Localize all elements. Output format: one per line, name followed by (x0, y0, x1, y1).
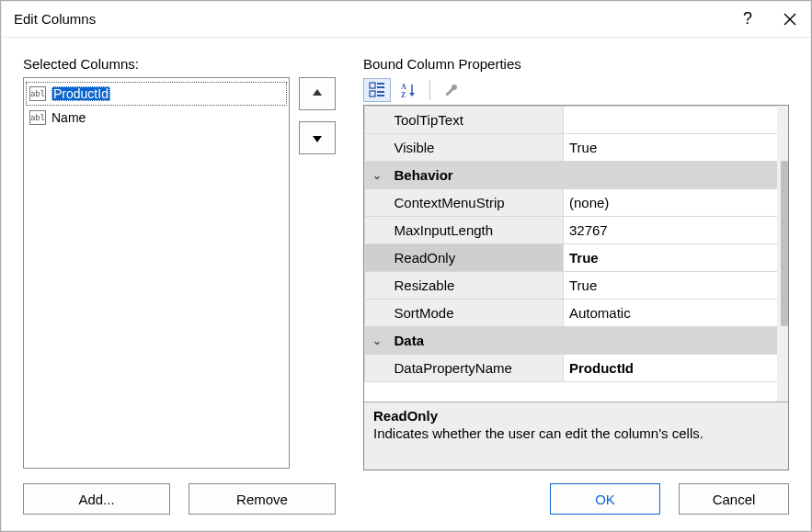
property-grid: ToolTipTextVisibleTrue⌄BehaviorContextMe… (363, 105, 789, 470)
close-icon (783, 13, 796, 26)
property-name: DataPropertyName (389, 355, 564, 382)
property-description-text: Indicates whether the user can edit the … (373, 425, 779, 441)
property-value[interactable]: ProductId (564, 355, 788, 382)
property-description-pane: ReadOnly Indicates whether the user can … (364, 402, 788, 470)
property-value[interactable]: True (564, 134, 788, 162)
wrench-icon (443, 82, 460, 98)
bound-properties-label: Bound Column Properties (363, 56, 789, 72)
cancel-button[interactable]: Cancel (679, 483, 789, 515)
property-category-row[interactable]: ⌄Behavior (365, 162, 788, 189)
svg-text:Z: Z (401, 91, 406, 98)
property-description-title: ReadOnly (373, 408, 779, 424)
textbox-column-icon: abl (29, 86, 46, 101)
remove-button[interactable]: Remove (189, 483, 336, 515)
list-item-label: ProductId (51, 86, 110, 101)
property-name: Visible (389, 134, 564, 162)
svg-rect-6 (377, 86, 384, 88)
edit-columns-dialog: Edit Columns ? Selected Columns: ablProd… (0, 0, 812, 532)
categorized-icon (369, 82, 385, 98)
ok-button[interactable]: OK (550, 483, 660, 515)
selected-columns-label: Selected Columns: (23, 56, 336, 72)
add-button[interactable]: Add... (23, 483, 170, 515)
scrollbar[interactable] (777, 106, 788, 402)
expander-cell[interactable]: ⌄ (365, 162, 389, 189)
svg-marker-13 (409, 93, 415, 96)
expander-cell (365, 134, 389, 162)
move-up-button[interactable] (299, 77, 336, 110)
toolbar-separator (429, 80, 430, 100)
property-value[interactable]: (none) (564, 189, 788, 217)
property-value[interactable]: True (564, 272, 788, 300)
svg-rect-5 (377, 83, 384, 85)
property-row[interactable]: ToolTipText (365, 107, 788, 134)
expander-cell[interactable]: ⌄ (365, 327, 389, 355)
alphabetical-icon: A Z (400, 82, 417, 98)
property-row[interactable]: VisibleTrue (365, 134, 788, 162)
property-pages-button[interactable] (438, 78, 465, 102)
property-name: ContextMenuStrip (389, 189, 564, 217)
dialog-content: Selected Columns: ablProductIdablName Ad… (1, 38, 811, 531)
property-category-row[interactable]: ⌄Data (365, 327, 788, 355)
property-value[interactable]: True (564, 244, 788, 272)
svg-rect-9 (377, 95, 384, 96)
svg-rect-8 (377, 91, 384, 93)
svg-marker-3 (313, 136, 322, 142)
svg-text:A: A (401, 83, 406, 91)
property-name: ReadOnly (389, 244, 564, 272)
list-item-label: Name (51, 110, 86, 125)
property-name: Resizable (389, 272, 564, 300)
window-title: Edit Columns (14, 11, 96, 27)
bound-column-properties-pane: Bound Column Properties A Z (363, 56, 789, 515)
svg-rect-4 (370, 83, 375, 88)
categorized-button[interactable] (363, 78, 391, 102)
list-item[interactable]: ablProductId (26, 82, 287, 106)
property-value[interactable] (564, 107, 788, 134)
property-row[interactable]: MaxInputLength32767 (365, 217, 788, 244)
property-name: MaxInputLength (389, 217, 564, 244)
expander-cell (365, 107, 389, 134)
property-grid-rows[interactable]: ToolTipTextVisibleTrue⌄BehaviorContextMe… (364, 106, 788, 402)
property-row[interactable]: SortModeAutomatic (365, 300, 788, 327)
property-row[interactable]: ContextMenuStrip(none) (365, 189, 788, 217)
arrow-down-icon (311, 131, 324, 144)
svg-marker-2 (313, 89, 322, 96)
expander-cell (365, 300, 389, 327)
svg-rect-7 (370, 91, 375, 96)
expander-cell (365, 189, 389, 217)
property-row[interactable]: ResizableTrue (365, 272, 788, 300)
property-name: SortMode (389, 300, 564, 327)
property-row[interactable]: DataPropertyNameProductId (365, 355, 788, 382)
selected-columns-list[interactable]: ablProductIdablName (23, 77, 290, 469)
titlebar: Edit Columns ? (1, 1, 811, 38)
help-button[interactable]: ? (726, 1, 769, 38)
property-grid-toolbar: A Z (363, 77, 789, 105)
property-name: Data (389, 327, 788, 355)
selected-columns-pane: Selected Columns: ablProductIdablName Ad… (23, 56, 336, 515)
expander-cell (365, 355, 389, 382)
expander-cell (365, 244, 389, 272)
textbox-column-icon: abl (29, 110, 46, 125)
arrow-up-icon (311, 87, 324, 100)
property-value[interactable]: Automatic (564, 300, 788, 327)
property-name: ToolTipText (389, 107, 564, 134)
dialog-footer: OK Cancel (363, 483, 789, 515)
property-value[interactable]: 32767 (564, 217, 788, 244)
move-down-button[interactable] (299, 121, 336, 154)
close-button[interactable] (769, 1, 811, 38)
chevron-down-icon: ⌄ (372, 334, 382, 347)
property-name: Behavior (389, 162, 788, 189)
expander-cell (365, 272, 389, 300)
scrollbar-thumb[interactable] (781, 161, 788, 326)
alphabetical-button[interactable]: A Z (395, 78, 422, 102)
chevron-down-icon: ⌄ (372, 169, 382, 182)
property-row[interactable]: ReadOnlyTrue (365, 244, 788, 272)
list-item[interactable]: ablName (26, 106, 287, 130)
expander-cell (365, 217, 389, 244)
